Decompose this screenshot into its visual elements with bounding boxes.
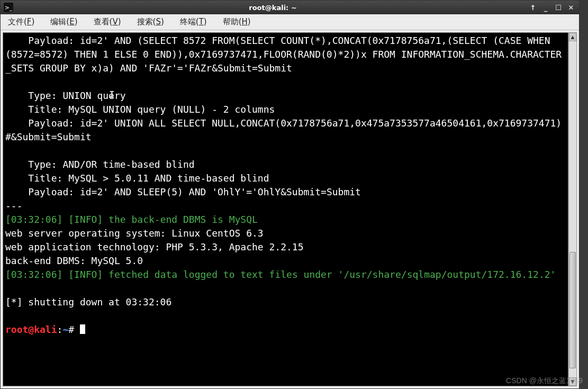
- text-cursor-icon: I: [109, 88, 115, 98]
- terminal-window: >_ root@kali: ~ ↑ _ ☐ ✕ 文件(F) 编辑(E) 查看(V…: [0, 0, 580, 389]
- cursor-icon: [80, 324, 85, 334]
- type-union: Type: UNION query: [5, 90, 126, 101]
- scrollbar[interactable]: ▲ ▼: [568, 32, 577, 386]
- bracket-open: [: [68, 214, 74, 225]
- titlebar[interactable]: >_ root@kali: ~ ↑ _ ☐ ✕: [1, 1, 579, 14]
- menu-search[interactable]: 搜索(S): [137, 17, 164, 27]
- blank-line: [5, 145, 11, 156]
- terminal-output[interactable]: Payload: id=2' AND (SELECT 8572 FROM(SEL…: [3, 32, 568, 386]
- dbms-line: back-end DBMS: MySQL 5.0: [5, 255, 143, 266]
- scroll-up-icon[interactable]: ▲: [569, 33, 576, 41]
- payload-time: Payload: id=2' AND SLEEP(5) AND 'OhlY'='…: [5, 186, 361, 197]
- menu-help[interactable]: 帮助(H): [223, 17, 251, 27]
- bracket-close: ]: [97, 269, 108, 280]
- blank-line: [5, 283, 11, 294]
- prompt-line[interactable]: root@kali:~#: [5, 324, 85, 335]
- prompt-hash: #: [68, 324, 74, 335]
- watermark: CSDN @永恒之蓝1489: [506, 376, 583, 386]
- title-time: Title: MySQL > 5.0.11 AND time-based bli…: [5, 173, 269, 184]
- blank-line: [5, 310, 11, 321]
- shutdown-line: [*] shutting down at 03:32:06: [5, 296, 171, 307]
- terminal-app-icon: >_: [4, 3, 13, 12]
- log-level-info: INFO: [74, 214, 97, 225]
- os-line: web server operating system: Linux CentO…: [5, 228, 264, 239]
- fetched-message: fetched data logged to text files under …: [108, 269, 556, 280]
- tech-line: web application technology: PHP 5.3.3, A…: [5, 241, 304, 252]
- bracket-open: [: [68, 269, 74, 280]
- menubar: 文件(F) 编辑(E) 查看(V) 搜索(S) 终端(T) 帮助(H): [1, 14, 579, 30]
- window-controls: ↑ _ ☐ ✕: [528, 3, 576, 12]
- window-title: root@kali: ~: [17, 4, 528, 12]
- bracket-close: ]: [97, 214, 108, 225]
- menu-edit[interactable]: 编辑(E): [50, 17, 77, 27]
- timestamp-2: [03:32:06]: [5, 269, 68, 280]
- blank-line: [5, 76, 11, 87]
- payload-union: Payload: id=2' UNION ALL SELECT NULL,CON…: [5, 117, 562, 142]
- menu-file[interactable]: 文件(F): [8, 17, 34, 27]
- rollup-button[interactable]: ↑: [528, 3, 538, 12]
- prompt-path: ~: [62, 324, 68, 335]
- prompt-user: root@kali: [5, 324, 57, 335]
- terminal-content-wrap: Payload: id=2' AND (SELECT 8572 FROM(SEL…: [1, 30, 579, 388]
- log-level-info: INFO: [74, 269, 97, 280]
- type-time: Type: AND/OR time-based blind: [5, 159, 195, 170]
- scrollbar-thumb[interactable]: [569, 252, 576, 368]
- menu-terminal[interactable]: 终端(T): [180, 17, 207, 27]
- title-union: Title: MySQL UNION query (NULL) - 2 colu…: [5, 104, 275, 115]
- separator: ---: [5, 200, 23, 211]
- close-button[interactable]: ✕: [566, 3, 576, 12]
- timestamp-1: [03:32:06]: [5, 214, 68, 225]
- prompt-sep: :: [57, 324, 63, 335]
- menu-view[interactable]: 查看(V): [94, 17, 121, 27]
- payload-line-1: Payload: id=2' AND (SELECT 8572 FROM(SEL…: [5, 35, 562, 74]
- maximize-button[interactable]: ☐: [554, 3, 563, 12]
- minimize-button[interactable]: _: [541, 3, 550, 12]
- dbms-message: the back-end DBMS is MySQL: [108, 214, 258, 225]
